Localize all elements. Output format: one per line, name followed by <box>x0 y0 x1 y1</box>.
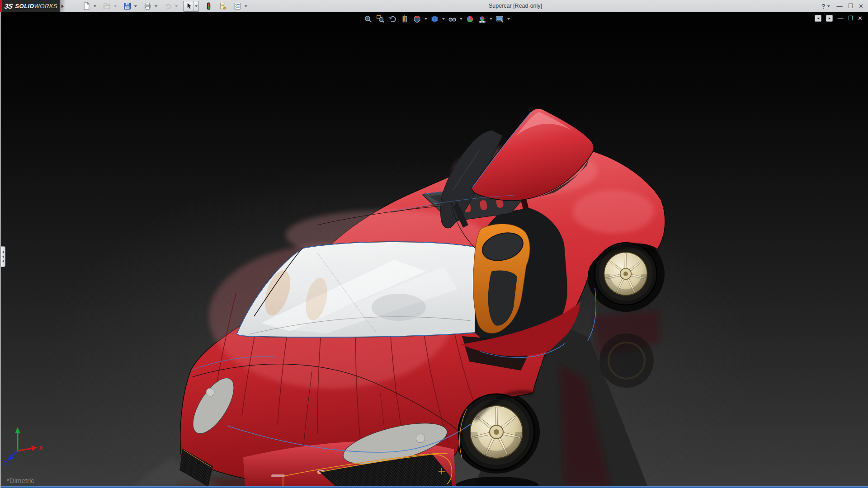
options-button[interactable] <box>232 1 242 11</box>
hide-show-items-dropdown[interactable] <box>459 14 463 24</box>
statusbar-top-edge <box>1 486 868 488</box>
save-button[interactable] <box>122 1 132 11</box>
logo-brand-light: WORKS <box>34 3 58 9</box>
logo-red-accent <box>0 0 2 12</box>
rgb-sphere-icon <box>466 15 474 23</box>
rebuild-button[interactable] <box>203 1 213 11</box>
menu-expand-arrow[interactable] <box>60 0 66 12</box>
front-wheel <box>458 394 534 470</box>
feature-manager-splitter[interactable] <box>1 246 5 267</box>
display-style-dropdown[interactable] <box>441 14 445 24</box>
scene-sphere-icon <box>478 15 486 23</box>
file-properties-button[interactable] <box>218 1 228 11</box>
new-document-icon <box>83 2 90 10</box>
save-floppy-icon <box>123 2 131 10</box>
print-icon <box>144 2 151 10</box>
select-cursor-icon <box>185 2 193 10</box>
expand-right-pane-button[interactable]: ▸ <box>826 15 833 22</box>
select-tool-button[interactable] <box>184 1 193 11</box>
select-tool-group <box>183 1 199 12</box>
undo-button[interactable] <box>163 1 173 11</box>
collapse-arrow-icon <box>2 255 4 258</box>
doc-minimize-button[interactable]: — <box>837 15 843 22</box>
y-axis-arrow <box>15 427 20 433</box>
collapse-left-pane-button[interactable]: ◂ <box>815 15 821 22</box>
view-orientation-button[interactable] <box>411 14 422 24</box>
display-style-cube-icon <box>430 15 439 23</box>
previous-view-icon <box>388 15 397 23</box>
3d-model-supercar[interactable] <box>1 12 868 488</box>
previous-view-button[interactable] <box>387 14 398 24</box>
apply-scene-dropdown[interactable] <box>489 14 493 24</box>
section-view-button[interactable] <box>399 14 410 24</box>
undo-dropdown[interactable] <box>174 1 179 11</box>
eyeglasses-icon <box>448 15 457 23</box>
save-dropdown[interactable] <box>133 1 138 11</box>
collapse-arrow-icon <box>2 260 4 263</box>
collapse-arrow-icon <box>2 251 4 253</box>
display-style-button[interactable] <box>429 14 440 24</box>
z-axis-label: Z <box>4 460 7 467</box>
view-orientation-cube-icon <box>413 15 421 23</box>
traffic-light-icon <box>205 2 212 10</box>
zoom-to-fit-icon <box>364 15 373 23</box>
open-folder-icon <box>103 2 111 10</box>
options-dropdown[interactable] <box>243 1 248 11</box>
app-restore-button[interactable]: ❐ <box>848 0 853 12</box>
open-dropdown[interactable] <box>113 1 118 11</box>
open-button[interactable] <box>102 1 112 11</box>
print-button[interactable] <box>142 1 152 11</box>
file-properties-icon <box>219 2 227 10</box>
help-icon: ? <box>821 3 826 10</box>
new-document-button[interactable] <box>81 1 91 11</box>
titlebar: 3S SOLIDWORKS <box>0 0 868 12</box>
zoom-to-fit-button[interactable] <box>363 14 373 24</box>
help-button[interactable]: ? <box>821 1 831 11</box>
view-orientation-label: *Dimetric <box>7 477 34 484</box>
app-minimize-button[interactable]: — <box>836 0 842 12</box>
standard-toolbar <box>81 0 248 12</box>
graphics-viewport[interactable]: ◂ ▸ — ❐ ✕ X Z *Dimetric <box>0 12 868 488</box>
hide-show-items-button[interactable] <box>447 14 458 24</box>
logo-3s-mark: 3S <box>4 2 14 10</box>
x-axis-arrow <box>31 446 37 451</box>
help-dropdown[interactable] <box>826 1 831 11</box>
heads-up-view-toolbar <box>363 14 510 24</box>
solidworks-logo: 3S SOLIDWORKS <box>0 0 60 12</box>
apply-scene-button[interactable] <box>476 14 487 24</box>
edit-appearance-button[interactable] <box>464 14 475 24</box>
zoom-to-area-icon <box>376 15 385 23</box>
undo-arrow-icon <box>164 2 172 10</box>
reference-triad[interactable]: X Z <box>4 426 45 468</box>
new-document-dropdown[interactable] <box>92 1 97 11</box>
options-checklist-icon <box>234 2 241 10</box>
zoom-to-area-button[interactable] <box>375 14 386 24</box>
view-settings-icon <box>495 15 504 23</box>
print-dropdown[interactable] <box>153 1 158 11</box>
x-axis-label: X <box>39 445 42 451</box>
view-settings-dropdown[interactable] <box>506 14 510 24</box>
app-close-button[interactable]: ✕ <box>859 0 863 12</box>
view-settings-button[interactable] <box>494 14 505 24</box>
window-controls: ? — ❐ ✕ <box>821 0 863 12</box>
doc-restore-button[interactable]: ❐ <box>848 15 853 22</box>
view-orientation-dropdown[interactable] <box>424 14 428 24</box>
document-window-controls: ◂ ▸ — ❐ ✕ <box>815 15 863 22</box>
section-view-icon <box>401 15 409 23</box>
select-tool-dropdown[interactable] <box>193 1 198 11</box>
window-title: Supercar [Read-only] <box>489 0 542 12</box>
logo-brand-bold: SOLID <box>15 3 34 9</box>
doc-close-button[interactable]: ✕ <box>858 15 863 22</box>
